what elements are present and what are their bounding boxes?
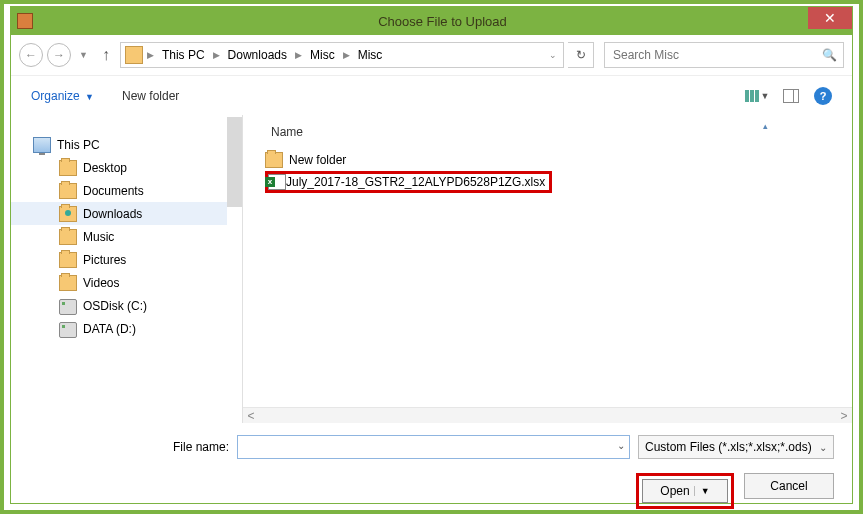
folder-icon — [125, 46, 143, 64]
tree-osdisk[interactable]: OSDisk (C:) — [33, 294, 242, 317]
highlight-box: July_2017-18_GSTR2_12ALYPD6528P1ZG.xlsx — [265, 171, 552, 193]
chevron-right-icon: ▶ — [293, 50, 304, 60]
folder-icon — [59, 160, 77, 176]
search-icon: 🔍 — [822, 48, 837, 62]
column-header-name[interactable]: Name — [271, 125, 671, 139]
tree-downloads[interactable]: Downloads — [11, 202, 227, 225]
tree-label: Documents — [83, 184, 144, 198]
up-button[interactable]: ↑ — [96, 46, 116, 64]
view-options-button[interactable]: ▼ — [746, 85, 768, 107]
tree-desktop[interactable]: Desktop — [33, 156, 242, 179]
excel-file-icon — [268, 174, 286, 190]
close-button[interactable]: ✕ — [808, 7, 852, 29]
chevron-down-icon: ▼ — [761, 91, 770, 101]
folder-icon — [265, 152, 283, 168]
tree-scrollbar-thumb[interactable] — [227, 117, 242, 207]
dialog-footer: File name: ⌄ Custom Files (*.xls;*.xlsx;… — [11, 423, 852, 514]
organize-menu[interactable]: Organize ▼ — [31, 89, 94, 103]
refresh-button[interactable]: ↻ — [568, 42, 594, 68]
app-icon — [17, 13, 33, 29]
breadcrumb-misc-2[interactable]: Misc — [354, 46, 387, 64]
titlebar: Choose File to Upload ✕ — [11, 7, 852, 35]
history-dropdown[interactable]: ▼ — [75, 50, 92, 60]
scroll-left-icon[interactable]: < — [243, 409, 259, 423]
horizontal-scrollbar[interactable]: < > — [243, 407, 852, 423]
open-label: Open — [660, 484, 689, 498]
file-name-label: July_2017-18_GSTR2_12ALYPD6528P1ZG.xlsx — [286, 175, 545, 189]
chevron-right-icon: ▶ — [211, 50, 222, 60]
breadcrumb-this-pc[interactable]: This PC — [158, 46, 209, 64]
folder-icon — [59, 252, 77, 268]
tree-this-pc[interactable]: This PC — [33, 133, 242, 156]
computer-icon — [33, 137, 51, 153]
help-button[interactable]: ? — [814, 87, 832, 105]
folder-icon — [59, 275, 77, 291]
split-dropdown-icon[interactable]: ▼ — [694, 486, 710, 496]
window-title: Choose File to Upload — [33, 14, 852, 29]
sort-indicator-icon: ▴ — [763, 121, 768, 131]
search-input[interactable] — [611, 47, 822, 63]
cancel-button[interactable]: Cancel — [744, 473, 834, 499]
cancel-label: Cancel — [770, 479, 807, 493]
downloads-folder-icon — [59, 206, 77, 222]
tree-label: Music — [83, 230, 114, 244]
disk-icon — [59, 299, 77, 315]
tree-label: Pictures — [83, 253, 126, 267]
chevron-down-icon: ⌄ — [819, 442, 827, 453]
navigation-tree: This PC Desktop Documents Downloads Musi… — [11, 115, 243, 423]
scroll-right-icon[interactable]: > — [836, 409, 852, 423]
back-button[interactable]: ← — [19, 43, 43, 67]
filename-combo[interactable]: ⌄ — [237, 435, 630, 459]
tree-label: OSDisk (C:) — [83, 299, 147, 313]
file-name-label: New folder — [289, 153, 346, 167]
preview-pane-icon — [783, 89, 799, 103]
chevron-right-icon: ▶ — [145, 50, 156, 60]
tree-data[interactable]: DATA (D:) — [33, 317, 242, 340]
file-row-folder[interactable]: New folder — [243, 149, 852, 171]
forward-button[interactable]: → — [47, 43, 71, 67]
tree-label: Desktop — [83, 161, 127, 175]
tree-documents[interactable]: Documents — [33, 179, 242, 202]
open-button-highlight: Open ▼ — [636, 473, 734, 509]
tree-label: This PC — [57, 138, 100, 152]
folder-icon — [59, 183, 77, 199]
open-button[interactable]: Open ▼ — [642, 479, 728, 503]
tree-label: DATA (D:) — [83, 322, 136, 336]
column-headers: Name ▴ — [243, 123, 852, 149]
breadcrumb-misc-1[interactable]: Misc — [306, 46, 339, 64]
organize-label: Organize — [31, 89, 80, 103]
address-bar[interactable]: ▶ This PC ▶ Downloads ▶ Misc ▶ Misc ⌄ — [120, 42, 564, 68]
navigation-bar: ← → ▼ ↑ ▶ This PC ▶ Downloads ▶ Misc ▶ M… — [11, 35, 852, 75]
dialog-body: This PC Desktop Documents Downloads Musi… — [11, 115, 852, 423]
tree-label: Videos — [83, 276, 119, 290]
filetype-label: Custom Files (*.xls;*.xlsx;*.ods) — [645, 440, 812, 454]
filename-input[interactable] — [244, 436, 611, 458]
search-box[interactable]: 🔍 — [604, 42, 844, 68]
toolbar: Organize ▼ New folder ▼ ? — [11, 75, 852, 115]
breadcrumb-downloads[interactable]: Downloads — [224, 46, 291, 64]
tree-videos[interactable]: Videos — [33, 271, 242, 294]
filename-dropdown-icon[interactable]: ⌄ — [617, 440, 625, 451]
address-dropdown-icon[interactable]: ⌄ — [547, 50, 559, 60]
file-row-xlsx[interactable]: July_2017-18_GSTR2_12ALYPD6528P1ZG.xlsx — [243, 171, 852, 193]
chevron-right-icon: ▶ — [341, 50, 352, 60]
filename-label: File name: — [29, 440, 229, 454]
file-list-pane: Name ▴ New folder July_2017-18_GSTR2_12A… — [243, 115, 852, 423]
preview-pane-button[interactable] — [780, 85, 802, 107]
filetype-select[interactable]: Custom Files (*.xls;*.xlsx;*.ods) ⌄ — [638, 435, 834, 459]
disk-icon — [59, 322, 77, 338]
tree-pictures[interactable]: Pictures — [33, 248, 242, 271]
folder-icon — [59, 229, 77, 245]
chevron-down-icon: ▼ — [85, 92, 94, 102]
tree-music[interactable]: Music — [33, 225, 242, 248]
new-folder-button[interactable]: New folder — [122, 89, 179, 103]
tree-label: Downloads — [83, 207, 142, 221]
view-icon — [745, 90, 759, 102]
